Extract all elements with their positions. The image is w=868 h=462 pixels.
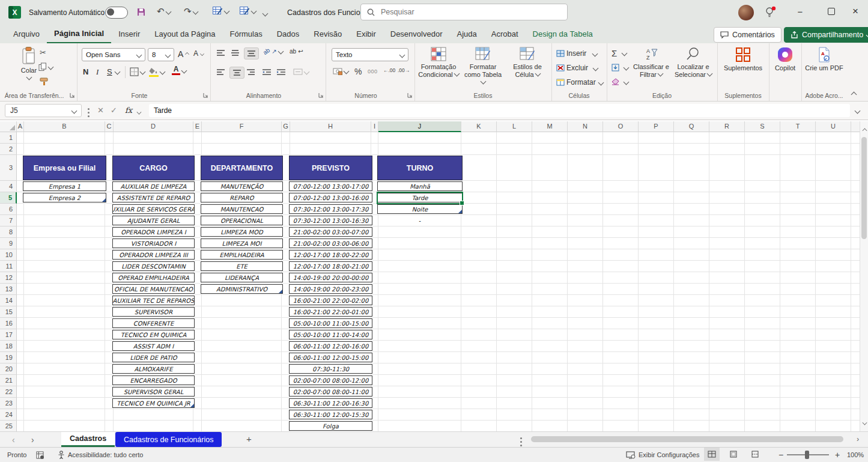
insert-function-icon[interactable]: fx	[125, 106, 132, 115]
column-header-t[interactable]: T	[780, 121, 816, 132]
format-painter-button[interactable]	[40, 78, 49, 86]
table-cell[interactable]: Folga	[289, 421, 372, 431]
row-header-4[interactable]: 4	[0, 181, 17, 192]
column-header-u[interactable]: U	[816, 121, 851, 132]
table-cell[interactable]: MANUTENCAO	[201, 204, 283, 214]
number-dialog-launcher[interactable]	[407, 91, 413, 99]
maximize-button[interactable]	[819, 2, 844, 20]
row-header-10[interactable]: 10	[0, 249, 17, 261]
minimize-button[interactable]: −	[788, 2, 813, 20]
column-header-g[interactable]: G	[282, 121, 290, 132]
autosave-toggle[interactable]	[105, 7, 128, 19]
table-cell[interactable]: LIMPEZA MOI	[201, 239, 283, 248]
column-header-j[interactable]: J	[378, 121, 461, 132]
column-header-b[interactable]: B	[24, 121, 105, 132]
increase-decimal-button[interactable]: ←.00	[383, 67, 395, 73]
table-cell[interactable]: SUPERVISOR	[112, 307, 195, 317]
redo-button[interactable]: ↷	[184, 6, 198, 17]
table-cell[interactable]: 02:00-07:00 08:00-12:00	[289, 375, 372, 385]
table-cell[interactable]: 05:00-10:00 11:00-14:00	[289, 330, 372, 339]
column-header-a[interactable]: A	[17, 121, 24, 132]
table-cell[interactable]: VISTORIADOR I	[112, 239, 195, 248]
column-header-d[interactable]: D	[114, 121, 193, 132]
format-as-table-button[interactable]: Formatar como Tabela	[461, 46, 505, 87]
share-button[interactable]: Compartilhamento	[784, 27, 868, 43]
selected-cell-j5[interactable]	[377, 192, 463, 204]
find-select-button[interactable]: Localizar e Selecionar	[673, 46, 714, 79]
expand-formula-bar-icon[interactable]	[855, 108, 860, 116]
table-cell[interactable]: 07:30-12:00 13:00-16:30	[289, 216, 372, 225]
delete-cells-button[interactable]: Excluir	[556, 64, 598, 72]
column-header-i[interactable]: I	[371, 121, 378, 132]
column-header-h[interactable]: H	[290, 121, 371, 132]
insert-cells-button[interactable]: Inserir	[556, 49, 597, 58]
fill-button[interactable]	[612, 64, 628, 71]
vertical-scrollbar-thumb[interactable]	[861, 137, 867, 239]
format-cells-button[interactable]: Formatar	[556, 78, 603, 87]
view-page-layout-button[interactable]	[726, 448, 741, 461]
table-cell[interactable]: AUXILIAR TEC DE REPAROS	[112, 296, 195, 305]
table-cell[interactable]: 07:30-12:00 13:00-17:30	[289, 204, 372, 214]
view-normal-button[interactable]	[704, 448, 720, 461]
row-header-12[interactable]: 12	[0, 272, 17, 284]
search-input[interactable]	[380, 7, 561, 17]
search-box[interactable]	[360, 4, 568, 20]
fx-chevron-icon[interactable]	[137, 109, 141, 117]
table-cell[interactable]: 02:00-07:00 08:00-11:00	[289, 387, 372, 397]
table-resize-handle-icon[interactable]	[279, 290, 282, 293]
column-header-e[interactable]: E	[193, 121, 202, 132]
row-header-22[interactable]: 22	[0, 386, 17, 398]
accessibility-status[interactable]: Acessibilidade: tudo certo	[58, 448, 143, 462]
table-cell[interactable]: REPARO	[201, 193, 283, 202]
enter-icon[interactable]: ✓	[111, 106, 117, 115]
table-cell[interactable]: 07:30-11:30	[289, 364, 372, 374]
borders-button[interactable]	[130, 67, 145, 76]
table-cell[interactable]: Noite	[377, 204, 463, 214]
table-cell[interactable]: 12:00-17:00 18:00-21:00	[289, 261, 372, 271]
row-header-3[interactable]: 3	[0, 155, 17, 181]
table-resize-handle-icon[interactable]	[190, 404, 194, 407]
select-all-corner[interactable]	[0, 121, 17, 132]
row-header-17[interactable]: 17	[0, 329, 17, 341]
excel-app-icon[interactable]: X	[8, 6, 21, 19]
table-cell[interactable]: AUXILIAR DE SERVICOS GERAIS	[112, 204, 195, 214]
table-cell[interactable]: LIDER DE PATIO	[112, 353, 195, 362]
ribbon-tab-layout-da-p-gina[interactable]: Layout da Página	[147, 26, 222, 43]
align-top-button[interactable]	[216, 49, 225, 56]
quick-access-table-style-icon[interactable]	[213, 7, 229, 16]
horizontal-scrollbar-thumb[interactable]	[531, 436, 843, 442]
zoom-out-button[interactable]: −	[778, 448, 783, 462]
column-header-l[interactable]: L	[497, 121, 532, 132]
table-cell[interactable]: ADMINISTRATIVO	[201, 284, 283, 294]
sheet-nav-prev-icon[interactable]: ‹	[12, 435, 15, 445]
ribbon-tab-ajuda[interactable]: Ajuda	[449, 26, 484, 43]
table-cell[interactable]: 05:00-10:00 11:00-15:00	[289, 318, 372, 328]
display-settings-button[interactable]: Exibir Configurações	[626, 448, 700, 462]
row-header-9[interactable]: 9	[0, 238, 17, 249]
column-header-m[interactable]: M	[532, 121, 568, 132]
clear-button[interactable]	[612, 78, 628, 85]
table-cell[interactable]: 06:00-11:00 12:00-16:00	[289, 341, 372, 351]
table-cell[interactable]: OPERAD EMPILHADEIRA	[112, 273, 195, 282]
copilot-button[interactable]: Copilot	[763, 46, 807, 72]
fill-color-button[interactable]	[149, 66, 165, 77]
font-size-combo[interactable]: 8	[148, 48, 174, 61]
number-format-combo[interactable]: Texto	[332, 48, 408, 61]
alignment-dialog-launcher[interactable]	[318, 91, 324, 99]
ribbon-tab-f-rmulas[interactable]: Fórmulas	[223, 26, 270, 43]
addins-button[interactable]: Suplementos	[721, 46, 765, 72]
cell-styles-button[interactable]: Estilos de Célula	[506, 46, 549, 79]
percent-style-button[interactable]: %	[354, 67, 362, 76]
conditional-formatting-button[interactable]: Formatação Condicional	[417, 46, 460, 79]
column-header-f[interactable]: F	[202, 121, 282, 132]
cancel-icon[interactable]: ✕	[97, 106, 104, 115]
comma-style-button[interactable]: 000	[368, 68, 378, 74]
row-header-21[interactable]: 21	[0, 375, 17, 386]
wrap-text-button[interactable]: ab↩	[290, 48, 303, 55]
row-header-1[interactable]: 1	[0, 132, 17, 144]
view-page-break-button[interactable]	[747, 448, 763, 461]
decrease-decimal-button[interactable]: .00→	[398, 67, 410, 73]
quick-access-overflow-icon[interactable]	[263, 10, 267, 19]
align-right-button[interactable]	[246, 68, 255, 76]
font-dialog-launcher[interactable]	[203, 91, 208, 99]
